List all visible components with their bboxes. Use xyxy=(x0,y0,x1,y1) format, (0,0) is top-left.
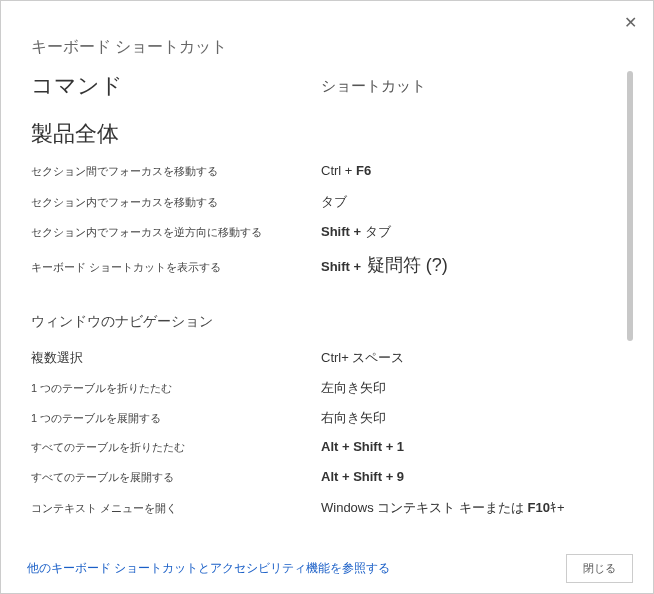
shortcut-key: Ctrl + F6 xyxy=(321,163,615,178)
command-label: すべてのテーブルを展開する xyxy=(31,470,321,485)
shortcuts-dialog: ✕ キーボード ショートカット コマンドショートカット製品全体セクション間でフォ… xyxy=(0,0,654,594)
scrollbar-thumb[interactable] xyxy=(627,71,633,341)
shortcut-key: Windows コンテキスト キーまたは F10ｷ+ xyxy=(321,499,615,517)
close-button[interactable]: 閉じる xyxy=(566,554,633,583)
content-area: コマンドショートカット製品全体セクション間でフォーカスを移動するCtrl + F… xyxy=(31,71,639,543)
command-label: 複数選択 xyxy=(31,349,321,367)
shortcut-key: 左向き矢印 xyxy=(321,379,615,397)
shortcut-row: セクション間でフォーカスを移動するCtrl + F6 xyxy=(31,157,615,187)
shortcut-key: Ctrl+ スペース xyxy=(321,349,615,367)
command-label: セクション内でフォーカスを逆方向に移動する xyxy=(31,225,321,240)
command-label: 1 つのテーブルを折りたたむ xyxy=(31,381,321,396)
shortcut-key: Shift + 疑問符 (?) xyxy=(321,253,615,277)
command-label: セクション内でフォーカスを移動する xyxy=(31,195,321,210)
dialog-footer: 他のキーボード ショートカットとアクセシビリティ機能を参照する 閉じる xyxy=(1,543,653,593)
command-label: セクション間でフォーカスを移動する xyxy=(31,164,321,179)
command-column-header: コマンド xyxy=(31,71,321,101)
dialog-title: キーボード ショートカット xyxy=(31,37,227,58)
group-title: 製品全体 xyxy=(31,119,615,149)
command-label: コンテキスト メニューを開く xyxy=(31,501,321,516)
command-label: すべてのテーブルを折りたたむ xyxy=(31,440,321,455)
shortcut-row: キーボード ショートカットを表示するShift + 疑問符 (?) xyxy=(31,247,615,283)
shortcut-row: すべてのテーブルを折りたたむAlt + Shift + 1 xyxy=(31,433,615,463)
shortcut-row: セクション内でフォーカスを移動するタブ xyxy=(31,187,615,217)
command-label: キーボード ショートカットを表示する xyxy=(31,260,321,275)
shortcut-column-header: ショートカット xyxy=(321,71,615,96)
shortcut-key: Shift + タブ xyxy=(321,223,615,241)
close-icon[interactable]: ✕ xyxy=(620,9,641,36)
command-label: 1 つのテーブルを展開する xyxy=(31,411,321,426)
shortcut-key: 右向き矢印 xyxy=(321,409,615,427)
shortcut-key: タブ xyxy=(321,193,615,211)
shortcut-row: コンテキスト メニューを開くWindows コンテキスト キーまたは F10ｷ+ xyxy=(31,493,615,523)
shortcut-key: Alt + Shift + 9 xyxy=(321,469,615,484)
group-subtitle: ウィンドウのナビゲーション xyxy=(31,313,615,331)
shortcut-row: すべてのテーブルを展開するAlt + Shift + 9 xyxy=(31,463,615,493)
shortcut-row: 複数選択Ctrl+ スペース xyxy=(31,343,615,373)
more-shortcuts-link[interactable]: 他のキーボード ショートカットとアクセシビリティ機能を参照する xyxy=(27,560,390,577)
shortcut-row: 1 つのテーブルを展開する右向き矢印 xyxy=(31,403,615,433)
shortcut-row: セクション内でフォーカスを逆方向に移動するShift + タブ xyxy=(31,217,615,247)
shortcut-row: 1 つのテーブルを折りたたむ左向き矢印 xyxy=(31,373,615,403)
shortcut-key: Alt + Shift + 1 xyxy=(321,439,615,454)
